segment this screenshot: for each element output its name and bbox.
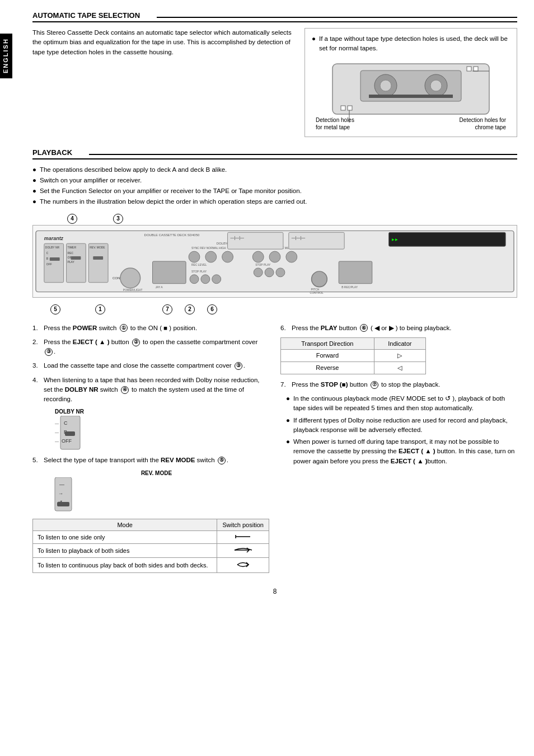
svg-rect-10 [474, 67, 478, 71]
svg-rect-8 [348, 106, 352, 110]
playback-bullet-1: ● The operations described below apply t… [32, 165, 517, 175]
bullet-icon: ● [32, 197, 36, 206]
svg-text:—: — [55, 439, 59, 443]
deck-illustration: marantz DOUBLE CASSETTE DECK SD4050 DOLB… [32, 225, 517, 298]
svg-point-43 [252, 251, 264, 262]
metal-tape-label: Detection holes for metal tape [316, 116, 354, 131]
callout-5: 5 [50, 304, 60, 314]
svg-text:TIMER: TIMER [68, 246, 77, 249]
svg-rect-30 [93, 256, 103, 260]
step-5: 5. Select the type of tape transport wit… [32, 456, 269, 465]
svg-text:OFF: OFF [62, 438, 72, 444]
dolby-nr-label: DOLBY NR [55, 408, 84, 415]
svg-rect-69 [65, 431, 75, 436]
callout-2: 2 [185, 304, 195, 314]
svg-text:PITCH: PITCH [311, 288, 320, 290]
callout-6: 6 [207, 304, 217, 314]
step-4-text: When listening to a tape that has been r… [44, 375, 269, 405]
step-2-text: Press the EJECT ( ▲ ) button ② to open t… [44, 337, 269, 357]
playback-bullet-3: ● Set the Function Selector on your ampl… [32, 186, 517, 196]
svg-text:→: → [58, 491, 63, 496]
step-6: 6. Press the PLAY button ⑥ ( ◀ or ▶ ) to… [280, 323, 517, 333]
svg-text:—: — [59, 482, 64, 487]
svg-text:SYNC REV  NORMAL  HIGH: SYNC REV NORMAL HIGH [191, 247, 226, 250]
svg-text:OFF: OFF [46, 262, 52, 265]
svg-text:—: — [55, 421, 59, 425]
step-3-num: 3. [32, 361, 40, 370]
svg-rect-57 [339, 261, 372, 284]
ats-body-text: This Stereo Cassette Deck contains an au… [32, 28, 293, 137]
svg-text:REC: REC [68, 252, 74, 255]
svg-text:STOP      PLAY: STOP PLAY [191, 270, 207, 273]
switch-pos-col-header: Switch position [217, 519, 269, 530]
bullet-icon: ● [312, 34, 316, 54]
bullet-icon: ● [286, 394, 290, 414]
svg-point-49 [276, 267, 285, 276]
step-1-num: 1. [32, 323, 40, 333]
svg-rect-21 [50, 257, 60, 261]
playback-title: PLAYBACK [32, 148, 72, 157]
playback-bullet-4: ● The numbers in the illustration below … [32, 197, 517, 206]
forward-indicator: ▷ [374, 349, 425, 361]
svg-text:—|—|—: —|—|— [292, 236, 305, 240]
step-6-num: 6. [280, 323, 288, 333]
steps-area: 1. Press the POWER switch ① to the ON ( … [32, 323, 517, 576]
detection-labels: Detection holes for metal tape Detection… [316, 116, 506, 131]
svg-point-39 [190, 274, 199, 283]
svg-text:▶ ▶: ▶ ▶ [392, 238, 399, 241]
svg-point-47 [254, 267, 263, 276]
switch-pos-cell [217, 530, 269, 543]
svg-rect-59 [389, 232, 506, 246]
svg-text:marantz: marantz [44, 236, 64, 241]
step-1: 1. Press the POWER switch ① to the ON ( … [32, 323, 269, 333]
svg-point-41 [212, 274, 221, 283]
cassette-illustration: Detection holes for metal tape Detection… [316, 58, 506, 131]
rev-mode-illustration: REV. MODE — → ↺ [44, 470, 269, 515]
step-7-bullet-2: ● If different types of Dolby noise redu… [280, 416, 517, 435]
mode-cell: To listen to continuous play back of bot… [33, 557, 217, 572]
ats-title: AUTOMATIC TAPE SELECTION [32, 11, 140, 20]
mode-cell: To listen to playback of both sides [33, 543, 217, 557]
step-2-num: 2. [32, 337, 40, 357]
forward-cell: Forward [281, 349, 374, 361]
step-5-text: Select the type of tape transport with t… [44, 456, 228, 465]
svg-rect-6 [369, 95, 453, 98]
svg-text:REV. MODE: REV. MODE [90, 246, 105, 249]
mode-cell: To listen to one side only [33, 530, 217, 543]
bottom-callouts: 5 1 7 2 6 [32, 304, 517, 314]
svg-text:JAY A: JAY A [155, 285, 163, 288]
steps-left-col: 1. Press the POWER switch ① to the ON ( … [32, 323, 269, 576]
steps-right-col: 6. Press the PLAY button ⑥ ( ◀ or ▶ ) to… [280, 323, 517, 576]
playback-bullets-list: ● The operations described below apply t… [32, 165, 517, 207]
dolby-nr-illustration: DOLBY NR C B OFF — — — [55, 408, 269, 452]
ats-info-box: ● If a tape without tape type detection … [305, 28, 517, 137]
svg-rect-61 [228, 232, 283, 249]
table-row: To listen to continuous play back of bot… [33, 557, 269, 572]
switch-pos-cell [217, 557, 269, 572]
step-7-bullet-1: ● In the continuous playback mode (REV M… [280, 394, 517, 414]
step-7-bullet-3: ● When power is turned off during tape t… [280, 437, 517, 466]
step-6-text: Press the PLAY button ⑥ ( ◀ or ▶ ) to be… [292, 323, 452, 333]
svg-point-5 [430, 80, 442, 91]
svg-rect-77 [57, 502, 69, 506]
bullet-icon: ● [286, 416, 290, 435]
svg-rect-28 [88, 243, 108, 283]
svg-text:CONTROL: CONTROL [310, 291, 324, 294]
dolby-nr-svg: C B OFF — — — [55, 416, 86, 452]
svg-point-3 [380, 80, 391, 91]
transport-direction-table: Transport Direction Indicator Forward ▷ … [280, 337, 426, 374]
svg-rect-7 [341, 106, 345, 110]
callout-1: 1 [95, 304, 105, 314]
reverse-cell: Reverse [281, 361, 374, 374]
step-7-num: 7. [280, 380, 288, 389]
svg-point-54 [312, 271, 327, 287]
svg-point-48 [265, 267, 274, 276]
svg-text:C: C [46, 252, 49, 255]
callout-3: 3 [113, 214, 123, 224]
table-row: To listen to playback of both sides [33, 543, 269, 557]
step-4-num: 4. [32, 375, 40, 405]
svg-rect-9 [467, 67, 471, 71]
step-2: 2. Press the EJECT ( ▲ ) button ② to ope… [32, 337, 269, 357]
svg-point-40 [201, 274, 210, 283]
svg-point-44 [269, 251, 280, 262]
